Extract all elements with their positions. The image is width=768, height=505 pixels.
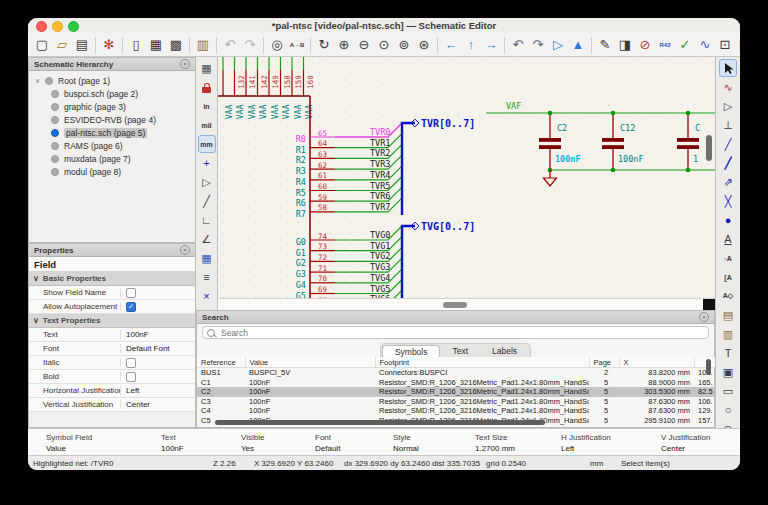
results-vscrollbar[interactable]: [706, 359, 711, 375]
mirror-horizontal-icon[interactable]: ▷: [549, 36, 567, 54]
column-header-Footprint[interactable]: Footprint: [375, 357, 589, 368]
symbol-editor-icon[interactable]: ✎: [596, 36, 614, 54]
nav-up-icon[interactable]: ↑: [462, 36, 480, 54]
close-icon[interactable]: ×: [180, 245, 190, 255]
capacitor-c12[interactable]: C12100nF: [602, 111, 644, 173]
net-label-icon[interactable]: A: [719, 230, 737, 248]
column-header-X[interactable]: X: [619, 357, 694, 368]
annotation-visibility-icon[interactable]: ▦: [198, 249, 216, 267]
tree-collapse-icon[interactable]: ∨: [35, 77, 45, 85]
simulator-icon[interactable]: ∿: [696, 36, 714, 54]
line-mode-45-icon[interactable]: ∠: [198, 230, 216, 248]
units-inches-icon[interactable]: in: [198, 97, 216, 115]
bom-table-icon[interactable]: ▦: [736, 36, 740, 54]
mirror-vertical-icon[interactable]: ▲: [569, 36, 587, 54]
sidebar-item-root-page-1[interactable]: ∨Root (page 1): [29, 74, 195, 87]
bold-checkbox[interactable]: [126, 372, 136, 382]
place-sheet-icon[interactable]: ▤: [719, 306, 737, 324]
refresh-icon[interactable]: ↻: [315, 36, 333, 54]
hierarchical-label-icon[interactable]: A◇: [719, 287, 737, 305]
tvr-bus[interactable]: TVR[0..7]: [402, 118, 475, 216]
plot-icon[interactable]: ▩: [167, 36, 185, 54]
column-header-Reference[interactable]: Reference: [197, 357, 245, 368]
section-collapse-icon[interactable]: ∨: [33, 274, 39, 283]
place-text-icon[interactable]: T: [719, 344, 737, 362]
highlight-net-tool-icon[interactable]: ∿: [719, 78, 737, 96]
sidebar-item-modul-page-8[interactable]: modul (page 8): [29, 165, 195, 178]
save-icon[interactable]: ▤: [73, 36, 91, 54]
find-replace-icon[interactable]: A→B: [288, 36, 306, 54]
close-icon[interactable]: ×: [180, 59, 190, 69]
place-power-port-icon[interactable]: ⊥: [719, 116, 737, 134]
text-value[interactable]: 100nF: [121, 330, 149, 339]
cross-probe-tools-icon[interactable]: ×: [198, 287, 216, 305]
rotate-cw-icon[interactable]: ↷: [529, 36, 547, 54]
column-header-Page[interactable]: Page: [589, 357, 619, 368]
zoom-to-objects-icon[interactable]: ⊚: [395, 36, 413, 54]
section-collapse-icon[interactable]: ∨: [33, 316, 39, 325]
zoom-out-icon[interactable]: ⊖: [355, 36, 373, 54]
page-settings-icon[interactable]: ▯: [127, 36, 145, 54]
draw-rectangle-icon[interactable]: ▭: [719, 382, 737, 400]
canvas-vscrollbar-thumb[interactable]: [706, 135, 712, 161]
sidebar-item-pal-ntsc-sch-page-5[interactable]: pal-ntsc.sch (page 5): [29, 126, 195, 139]
symbol-library-browser-icon[interactable]: ◨: [616, 36, 634, 54]
table-row[interactable]: BUS1BUSPCI_5VConnectors:BUSPCI283.8200 m…: [197, 368, 716, 378]
table-row[interactable]: C3100nFResistor_SMD:R_1206_3216Metric_Pa…: [197, 397, 716, 407]
place-text-box-icon[interactable]: ▣: [719, 363, 737, 381]
vertical-justification-value[interactable]: Center: [121, 400, 150, 409]
units-mm-icon[interactable]: mm: [198, 135, 216, 153]
tvg-bus[interactable]: TVG[0..7]: [402, 221, 475, 299]
erc-check-icon[interactable]: ✓: [676, 36, 694, 54]
place-symbol-icon[interactable]: ▷: [719, 97, 737, 115]
new-schematic-icon[interactable]: ▢: [33, 36, 51, 54]
zoom-to-selection-icon[interactable]: ⊛: [415, 36, 433, 54]
vaf-decoupling-rail[interactable]: VAFC2100nFC12100nFC1: [486, 101, 715, 186]
schematic-canvas[interactable]: VAA132VAA141VAA142VAA149VAA158VAA159VAA1…: [218, 57, 715, 298]
canvas-hscrollbar-thumb[interactable]: [443, 302, 467, 308]
bus-entry-icon[interactable]: ⇗: [719, 173, 737, 191]
directive-label-icon[interactable]: ◦A: [719, 249, 737, 267]
properties-section-header[interactable]: ∨Basic Properties: [29, 272, 195, 286]
tvg-pin-group[interactable]: G074TVG0G173TVG1G272TVG2G371TVG3G470TVG4…: [296, 226, 402, 298]
global-label-icon[interactable]: [A: [719, 268, 737, 286]
properties-section-header[interactable]: ∨Text Properties: [29, 314, 195, 328]
ground-symbol[interactable]: [544, 170, 557, 186]
capacitor-c[interactable]: C1: [677, 111, 700, 173]
table-row[interactable]: C1100nFResistor_SMD:R_1206_3216Metric_Pa…: [197, 378, 716, 388]
grid-override-lock-icon[interactable]: [198, 78, 216, 96]
sheet-pin-icon[interactable]: ▥: [719, 325, 737, 343]
font-value[interactable]: Default Font: [121, 344, 170, 353]
draw-bus-icon[interactable]: ╱: [719, 154, 737, 172]
column-header-y[interactable]: [694, 357, 716, 368]
table-row[interactable]: C4100nFResistor_SMD:R_1206_3216Metric_Pa…: [197, 406, 716, 416]
draw-wire-icon[interactable]: ╱: [719, 135, 737, 153]
annotate-icon[interactable]: R42: [656, 36, 674, 54]
draw-circle-icon[interactable]: ○: [719, 401, 737, 419]
sidebar-item-rams-page-6[interactable]: RAMS (page 6): [29, 139, 195, 152]
undo-icon[interactable]: ↶: [221, 36, 239, 54]
print-icon[interactable]: ▦: [147, 36, 165, 54]
show-field-name-checkbox[interactable]: [126, 288, 136, 298]
units-mils-icon[interactable]: mil: [198, 116, 216, 134]
tvr-pin-group[interactable]: R065TVR0R164TVR1R263TVR2R362TVR3R461TVR4…: [296, 123, 402, 219]
find-icon[interactable]: ◎: [268, 36, 286, 54]
sidebar-item-muxdata-page-7[interactable]: muxdata (page 7): [29, 152, 195, 165]
crosshair-cursor-icon[interactable]: +: [198, 154, 216, 172]
sidebar-item-buspci-sch-page-2[interactable]: buspci.sch (page 2): [29, 87, 195, 100]
search-input[interactable]: [219, 327, 708, 339]
hidden-pins-icon[interactable]: ▷: [198, 173, 216, 191]
allow-autoplacement-checkbox[interactable]: ✓: [126, 302, 136, 312]
no-connect-flag-icon[interactable]: ╳: [719, 192, 737, 210]
italic-checkbox[interactable]: [126, 358, 136, 368]
open-schematic-icon[interactable]: ▱: [53, 36, 71, 54]
schematic-setup-icon[interactable]: ✻: [100, 36, 118, 54]
nav-back-icon[interactable]: ←: [442, 36, 460, 54]
column-header-Value[interactable]: Value: [245, 357, 375, 368]
paste-icon[interactable]: ▥: [194, 36, 212, 54]
table-row[interactable]: C2100nFResistor_SMD:R_1206_3216Metric_Pa…: [197, 387, 716, 397]
redo-icon[interactable]: ↷: [241, 36, 259, 54]
nav-forward-icon[interactable]: →: [482, 36, 500, 54]
close-icon[interactable]: ×: [699, 312, 709, 322]
sidebar-item-esvideo-rvb-page-4[interactable]: ESVIDEO-RVB (page 4): [29, 113, 195, 126]
